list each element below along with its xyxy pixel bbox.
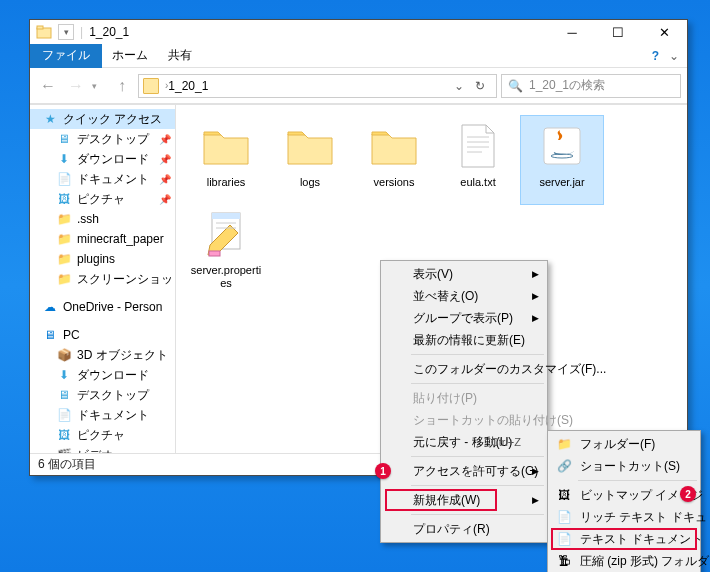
refresh-icon[interactable]: ↻	[468, 79, 492, 93]
folder-icon: 📁	[56, 251, 72, 267]
menu-separator	[411, 456, 544, 457]
menu-item[interactable]: 並べ替え(O)▶	[383, 285, 545, 307]
tab-file[interactable]: ファイル	[30, 44, 102, 68]
txt-icon	[452, 120, 504, 172]
sidebar-item[interactable]: 📁.ssh	[30, 209, 175, 229]
menu-item[interactable]: 🖼ビットマップ イメージ	[550, 484, 698, 506]
zip-icon: 🗜	[556, 553, 572, 569]
file-item[interactable]: eula.txt	[436, 115, 520, 205]
menu-item[interactable]: 元に戻す - 移動(U)Ctrl+Z	[383, 431, 545, 453]
menu-item[interactable]: 新規作成(W)▶	[383, 489, 545, 511]
maximize-button[interactable]: ☐	[595, 20, 641, 44]
annotation-badge: 2	[680, 486, 696, 502]
sidebar-onedrive[interactable]: ☁OneDrive - Person	[30, 297, 175, 317]
chevron-right-icon: ▶	[532, 269, 539, 279]
sidebar-item[interactable]: ⬇ダウンロード	[30, 365, 175, 385]
sidebar-item[interactable]: 📁スクリーンショット	[30, 269, 175, 289]
folder-icon	[284, 120, 336, 172]
sidebar-item[interactable]: 🖼ピクチャ	[30, 425, 175, 445]
sidebar-item[interactable]: 🖼ピクチャ📌	[30, 189, 175, 209]
sidebar-item[interactable]: 🖥デスクトップ	[30, 385, 175, 405]
up-button[interactable]: ↑	[110, 74, 134, 98]
sidebar-item[interactable]: 🖥デスクトップ📌	[30, 129, 175, 149]
sidebar-pc[interactable]: 🖥PC	[30, 325, 175, 345]
menu-item[interactable]: 📁フォルダー(F)	[550, 433, 698, 455]
sidebar-item[interactable]: 📄ドキュメント	[30, 405, 175, 425]
desktop-icon: 🖥	[56, 387, 72, 403]
nav-pane: ★クイック アクセス🖥デスクトップ📌⬇ダウンロード📌📄ドキュメント📌🖼ピクチャ📌…	[30, 105, 176, 453]
svg-rect-6	[544, 128, 580, 164]
txt-icon: 📄	[556, 531, 572, 547]
menu-item[interactable]: アクセスを許可する(G)▶	[383, 460, 545, 482]
picture-icon: 🖼	[56, 191, 72, 207]
context-menu-main: 表示(V)▶並べ替え(O)▶グループで表示(P)▶最新の情報に更新(E)このフォ…	[380, 260, 548, 543]
file-item[interactable]: server.jar	[520, 115, 604, 205]
sidebar-item[interactable]: 📁plugins	[30, 249, 175, 269]
file-name: server.properties	[189, 264, 263, 290]
download-icon: ⬇	[56, 151, 72, 167]
folder-icon: 📁	[556, 436, 572, 452]
sidebar-item[interactable]: 📦3D オブジェクト	[30, 345, 175, 365]
search-icon: 🔍	[508, 79, 523, 93]
menu-item[interactable]: 🔗ショートカット(S)	[550, 455, 698, 477]
3d-icon: 📦	[56, 347, 72, 363]
sidebar-item[interactable]: ⬇ダウンロード📌	[30, 149, 175, 169]
menu-item[interactable]: 📄テキスト ドキュメント	[550, 528, 698, 550]
sidebar-item[interactable]: 📁minecraft_paper	[30, 229, 175, 249]
item-count: 6 個の項目	[38, 456, 96, 473]
bmp-icon: 🖼	[556, 487, 572, 503]
file-item[interactable]: libraries	[184, 115, 268, 205]
ribbon-tabs: ファイル ホーム 共有 ⌄ ?	[30, 44, 687, 68]
tab-home[interactable]: ホーム	[102, 44, 158, 67]
back-button[interactable]: ←	[36, 74, 60, 98]
recent-locations-icon[interactable]: ▾	[92, 81, 106, 91]
menu-item[interactable]: 最新の情報に更新(E)	[383, 329, 545, 351]
menu-item[interactable]: 表示(V)▶	[383, 263, 545, 285]
menu-item[interactable]: 📄リッチ テキスト ドキュ	[550, 506, 698, 528]
sidebar-item[interactable]: 📄ドキュメント📌	[30, 169, 175, 189]
shortcut-label: Ctrl+Z	[491, 436, 521, 448]
chevron-right-icon: ▶	[532, 466, 539, 476]
help-icon[interactable]: ?	[652, 49, 659, 63]
file-item[interactable]: logs	[268, 115, 352, 205]
folder-icon	[368, 120, 420, 172]
download-icon: ⬇	[56, 367, 72, 383]
sidebar-quick-access[interactable]: ★クイック アクセス	[30, 109, 175, 129]
folder-icon	[36, 24, 52, 40]
window-title: 1_20_1	[89, 25, 129, 39]
quick-access-toolbar-icon[interactable]: ▾	[58, 24, 74, 40]
chevron-right-icon: ▶	[532, 291, 539, 301]
search-input[interactable]: 🔍 1_20_1の検索	[501, 74, 681, 98]
svg-rect-9	[212, 213, 240, 219]
expand-ribbon-icon[interactable]: ⌄	[669, 49, 679, 63]
menu-item[interactable]: プロパティ(R)	[383, 518, 545, 540]
file-name: server.jar	[539, 176, 584, 189]
shortcut-icon: 🔗	[556, 458, 572, 474]
tab-share[interactable]: 共有	[158, 44, 202, 67]
file-name: logs	[300, 176, 320, 189]
rtf-icon: 📄	[556, 509, 572, 525]
pc-icon: 🖥	[42, 327, 58, 343]
menu-item[interactable]: グループで表示(P)▶	[383, 307, 545, 329]
chevron-right-icon: ▶	[532, 313, 539, 323]
folder-icon: 📁	[56, 271, 72, 287]
menu-separator	[411, 485, 544, 486]
desktop-icon: 🖥	[56, 131, 72, 147]
menu-item[interactable]: 🗜圧縮 (zip 形式) フォルダー	[550, 550, 698, 572]
context-menu-new: 📁フォルダー(F)🔗ショートカット(S)🖼ビットマップ イメージ📄リッチ テキス…	[547, 430, 701, 572]
menu-item[interactable]: このフォルダーのカスタマイズ(F)...	[383, 358, 545, 380]
file-item[interactable]: versions	[352, 115, 436, 205]
close-button[interactable]: ✕	[641, 20, 687, 44]
chevron-down-icon[interactable]: ⌄	[450, 79, 468, 93]
sidebar-item[interactable]: 🎬ビデオ	[30, 445, 175, 453]
forward-button[interactable]: →	[64, 74, 88, 98]
annotation-badge: 1	[375, 463, 391, 479]
menu-item: 貼り付け(P)	[383, 387, 545, 409]
svg-rect-10	[209, 251, 220, 256]
breadcrumb[interactable]: 1_20_1	[168, 79, 208, 93]
address-input[interactable]: › 1_20_1 ⌄ ↻	[138, 74, 497, 98]
file-name: eula.txt	[460, 176, 495, 189]
file-item[interactable]: server.properties	[184, 205, 268, 295]
svg-rect-1	[37, 26, 43, 29]
minimize-button[interactable]: ─	[549, 20, 595, 44]
